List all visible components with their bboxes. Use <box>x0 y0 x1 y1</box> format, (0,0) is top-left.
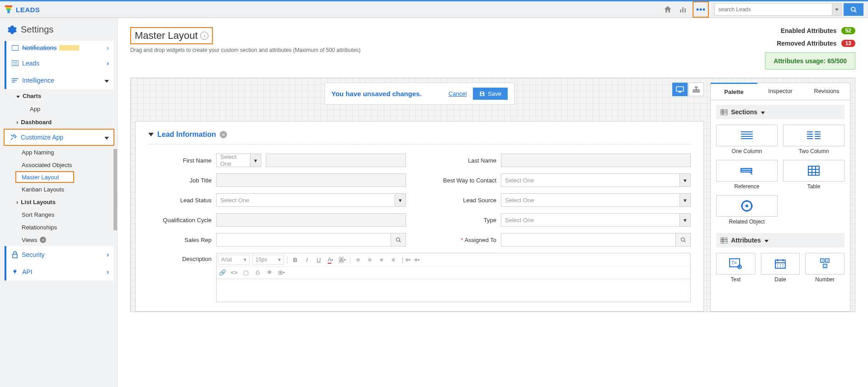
sidebar-item-kanban[interactable]: Kanban Layouts <box>16 183 117 196</box>
rte-font-select[interactable]: Arial▾ <box>218 255 250 265</box>
rte-backcolor[interactable]: A▾ <box>336 255 348 265</box>
rich-text-editor[interactable]: Arial▾ 15px▾ B I U A▾ A▾ <box>216 253 691 302</box>
field-sales-rep[interactable]: Sales Rep <box>148 233 406 247</box>
field-description[interactable]: Description Arial▾ 15px▾ B I <box>148 253 691 302</box>
view-toggle-hierarchy[interactable] <box>689 83 704 96</box>
rte-print[interactable]: ⎙ <box>252 268 264 278</box>
best-way-select[interactable]: Select One▾ <box>501 173 691 187</box>
view-toggle-desktop[interactable] <box>672 83 688 96</box>
cancel-link[interactable]: Cancel <box>448 90 467 97</box>
more-menu[interactable] <box>693 1 709 18</box>
rte-preview[interactable]: 👁 <box>264 268 275 278</box>
svg-point-64 <box>751 205 753 207</box>
rte-image[interactable]: ▢ <box>240 268 252 278</box>
palette-two-column[interactable]: Two Column <box>783 125 844 154</box>
salutation-select[interactable]: Select One▾ <box>216 154 261 167</box>
sales-rep-input[interactable] <box>216 233 391 247</box>
palette-sections-header[interactable]: Sections <box>716 105 844 119</box>
assigned-to-input[interactable] <box>501 233 675 247</box>
field-lead-source[interactable]: Lead Source Select One▾ <box>433 193 691 207</box>
rte-align-justify[interactable]: ≡ <box>387 255 399 265</box>
app-logo[interactable]: LEADS <box>5 5 40 14</box>
save-button[interactable]: Save <box>473 88 508 100</box>
content-area: Master Layout i Drag and drop widgets to… <box>118 18 868 387</box>
lead-source-select[interactable]: Select One▾ <box>501 193 691 207</box>
rte-list-ul[interactable]: ⋮≡▾ <box>399 255 411 265</box>
sidebar-item-api[interactable]: API › <box>5 263 113 280</box>
field-assigned-to[interactable]: *Assigned To <box>433 233 691 247</box>
rte-bold[interactable]: B <box>289 255 301 265</box>
rte-table[interactable]: ⊞▾ <box>275 268 287 278</box>
rte-align-left[interactable]: ≡ <box>352 255 364 265</box>
plus-icon[interactable]: + <box>40 237 46 243</box>
sidebar-item-dashboard[interactable]: ›Dashboard <box>13 115 117 129</box>
remove-section-icon[interactable]: ✕ <box>220 131 227 138</box>
field-type[interactable]: Type Select One▾ <box>433 213 691 227</box>
rte-code[interactable]: <> <box>228 268 240 278</box>
rte-size-select[interactable]: 15px▾ <box>252 255 284 265</box>
palette-one-column[interactable]: One Column <box>716 125 778 154</box>
type-select[interactable]: Select One▾ <box>501 213 691 227</box>
palette-table[interactable]: Table <box>783 160 844 190</box>
sidebar-item-views[interactable]: Views+ <box>16 233 117 246</box>
tab-palette[interactable]: Palette <box>711 83 757 100</box>
list-icon <box>12 61 19 66</box>
info-icon[interactable]: i <box>200 32 208 40</box>
qual-cycle-input[interactable] <box>216 213 406 227</box>
sidebar-item-list-layouts[interactable]: ›List Layouts <box>16 196 117 208</box>
field-label: Best Way to Contact <box>433 177 496 184</box>
sidebar-item-leads[interactable]: Leads › <box>5 55 113 72</box>
app-name: LEADS <box>16 6 40 14</box>
search-scope-dropdown[interactable] <box>832 3 842 16</box>
field-lead-status[interactable]: Lead Status Select One▾ <box>148 193 406 207</box>
sidebar-item-associated[interactable]: Associated Objects <box>16 159 117 171</box>
palette-related-object[interactable]: Related Object <box>716 195 778 225</box>
chart-icon[interactable] <box>675 2 691 17</box>
field-job-title[interactable]: Job Title <box>148 173 406 187</box>
palette-attr-number[interactable]: 123Number <box>805 253 844 283</box>
palette-attr-text[interactable]: T=Text <box>716 253 755 283</box>
sidebar-item-customize-app[interactable]: Customize App <box>4 129 114 146</box>
palette-reference[interactable]: Reference <box>716 160 778 190</box>
sidebar-item-relationships[interactable]: Relationships <box>16 221 117 233</box>
enabled-attributes-row: Enabled Attributes 52 <box>765 27 855 34</box>
sidebar-item-sort-ranges[interactable]: Sort Ranges <box>16 208 117 221</box>
tab-revisions[interactable]: Revisions <box>803 83 850 100</box>
sidebar-item-app[interactable]: App <box>24 103 117 115</box>
rte-forecolor[interactable]: A▾ <box>325 255 336 265</box>
rte-italic[interactable]: I <box>301 255 313 265</box>
rte-link[interactable]: 🔗 <box>217 268 228 278</box>
search-input[interactable] <box>714 3 832 16</box>
search-button[interactable] <box>844 3 863 16</box>
home-icon[interactable] <box>660 2 675 17</box>
sidebar-label: Master Layout <box>22 174 59 181</box>
sidebar-item-master-layout[interactable]: Master Layout <box>15 171 74 183</box>
sidebar-item-security[interactable]: Security › <box>5 246 113 263</box>
tab-inspector[interactable]: Inspector <box>757 83 804 100</box>
sidebar-item-intelligence[interactable]: Intelligence <box>5 72 113 89</box>
first-name-input[interactable] <box>266 154 406 167</box>
job-title-input[interactable] <box>216 173 406 187</box>
palette-attr-date[interactable]: Date <box>761 253 800 283</box>
svg-text:T=: T= <box>731 261 737 266</box>
rte-align-right[interactable]: ≡ <box>376 255 387 265</box>
rte-underline[interactable]: U <box>313 255 325 265</box>
lookup-button[interactable] <box>675 233 691 247</box>
lookup-button[interactable] <box>391 233 406 247</box>
sidebar-item-notifications[interactable]: Notifications › <box>5 41 113 55</box>
rte-list-ol[interactable]: ≡▾ <box>411 255 423 265</box>
rte-textarea[interactable] <box>217 279 690 302</box>
sidebar-label: API <box>22 268 33 275</box>
lead-status-select[interactable]: Select One▾ <box>216 193 406 207</box>
unsaved-changes-bar: You have unsaved changes. Cancel Save <box>325 83 514 105</box>
palette-attributes-header[interactable]: Attributes <box>716 233 844 247</box>
field-qual-cycle[interactable]: Qualification Cycle <box>148 213 406 227</box>
field-last-name[interactable]: Last Name <box>433 154 691 167</box>
last-name-input[interactable] <box>501 154 691 167</box>
field-first-name[interactable]: First Name Select One▾ <box>148 154 406 167</box>
sidebar-item-charts[interactable]: Charts <box>13 89 117 103</box>
sidebar-item-app-naming[interactable]: App Naming <box>16 146 117 159</box>
field-best-way[interactable]: Best Way to Contact Select One▾ <box>433 173 691 187</box>
rte-align-center[interactable]: ≡ <box>364 255 376 265</box>
section-header[interactable]: Lead Information ✕ <box>148 131 691 145</box>
